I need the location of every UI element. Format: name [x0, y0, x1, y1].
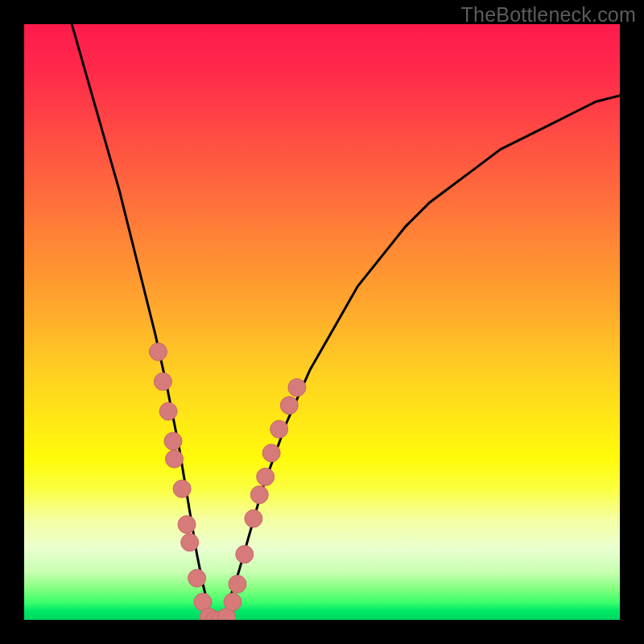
data-marker	[173, 480, 191, 497]
data-marker	[150, 343, 167, 361]
data-marker	[229, 576, 246, 593]
data-marker	[250, 486, 268, 504]
data-marker	[245, 510, 262, 527]
data-marker	[288, 378, 306, 396]
data-marker	[257, 468, 275, 485]
curve-svg	[24, 24, 620, 620]
data-marker	[178, 516, 196, 534]
data-marker	[181, 534, 199, 551]
data-marker	[262, 444, 280, 462]
data-marker	[154, 373, 171, 390]
chart-frame: TheBottleneck.com	[0, 0, 644, 644]
data-marker	[159, 402, 177, 420]
marker-group	[150, 343, 306, 620]
data-marker	[270, 420, 288, 438]
data-marker	[188, 569, 206, 587]
data-marker	[280, 397, 298, 415]
data-marker	[166, 450, 184, 468]
data-marker	[164, 432, 182, 450]
data-marker	[224, 593, 242, 611]
data-marker	[236, 546, 254, 564]
bottleneck-curve	[72, 24, 620, 620]
plot-area	[24, 24, 620, 620]
watermark-label: TheBottleneck.com	[461, 3, 636, 27]
